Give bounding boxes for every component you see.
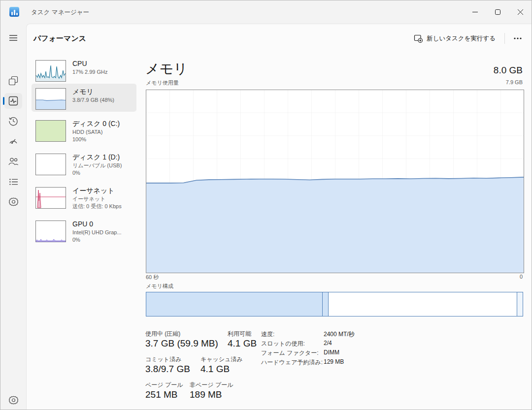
perf-item-sub2: 100% bbox=[72, 136, 120, 143]
perf-item-sub2: 0% bbox=[72, 169, 122, 177]
memory-title: メモリ bbox=[145, 60, 188, 78]
stat-value: 4.1 GB bbox=[200, 364, 230, 375]
gpu0-thumbnail bbox=[35, 221, 66, 242]
perf-item-disk0[interactable]: ディスク 0 (C:) HDD (SATA) 100% bbox=[32, 116, 136, 149]
content-panel: パフォーマンス 新しいタスクを実行する CPU 17% 2.99 GHz bbox=[26, 24, 532, 410]
maximize-button[interactable] bbox=[486, 0, 509, 24]
perf-item-title: CPU bbox=[72, 59, 108, 68]
stat-label: コミット済み bbox=[145, 355, 181, 364]
close-button[interactable] bbox=[509, 0, 532, 24]
startup-apps-icon[interactable] bbox=[8, 136, 18, 146]
stat-label: ページ プール bbox=[145, 381, 183, 389]
nav-accent-pill bbox=[3, 97, 4, 105]
new-task-icon bbox=[414, 34, 423, 43]
stat-value: 3.7 GB (59.9 MB) bbox=[145, 338, 218, 349]
details-icon[interactable] bbox=[8, 177, 18, 187]
services-icon[interactable] bbox=[8, 197, 18, 207]
memory-composition-segment-standby bbox=[329, 292, 518, 316]
disk0-thumbnail bbox=[35, 120, 66, 142]
run-new-task-button[interactable]: 新しいタスクを実行する bbox=[409, 32, 500, 46]
header-divider bbox=[504, 33, 505, 44]
memory-usage-max: 7.9 GB bbox=[506, 79, 523, 85]
detail-value: 2400 MT/秒 bbox=[324, 330, 355, 339]
ellipsis-icon bbox=[514, 37, 522, 39]
stat-label: 非ページ プール bbox=[190, 381, 233, 389]
minimize-button[interactable] bbox=[464, 0, 486, 24]
perf-item-sub: Intel(R) UHD Grap... bbox=[72, 229, 122, 236]
perf-item-title: イーサネット bbox=[72, 186, 122, 195]
x-axis-right-label: 0 bbox=[520, 274, 523, 280]
menu-icon[interactable] bbox=[8, 33, 18, 43]
titlebar: タスク マネージャー bbox=[0, 0, 532, 24]
cpu-thumbnail bbox=[35, 60, 66, 82]
perf-item-title: メモリ bbox=[72, 87, 114, 96]
stat-label: 使用中 (圧縮) bbox=[145, 330, 180, 338]
memory-usage-label: メモリ使用量 bbox=[146, 79, 179, 87]
perf-item-sub: 3.8/7.9 GB (48%) bbox=[72, 96, 114, 104]
settings-icon[interactable] bbox=[8, 395, 18, 405]
memory-composition-segment-in-use bbox=[146, 292, 323, 316]
perf-item-title: ディスク 0 (C:) bbox=[72, 119, 120, 128]
task-manager-app-icon bbox=[9, 7, 19, 17]
perf-item-sub2: 0% bbox=[72, 236, 122, 244]
memory-thumbnail bbox=[35, 88, 66, 110]
panel-header: パフォーマンス 新しいタスクを実行する bbox=[27, 24, 532, 52]
app-history-icon[interactable] bbox=[8, 116, 18, 126]
perf-item-ethernet[interactable]: イーサネット イーサネット 送信: 0 受信: 0 Kbps bbox=[32, 183, 136, 216]
performance-icon[interactable] bbox=[8, 96, 18, 106]
perf-item-memory[interactable]: メモリ 3.8/7.9 GB (48%) bbox=[32, 84, 136, 112]
detail-label: フォーム ファクター: bbox=[261, 349, 319, 357]
detail-value: 129 MB bbox=[324, 358, 344, 365]
page-title: パフォーマンス bbox=[33, 34, 86, 43]
detail-value: 2/4 bbox=[324, 340, 332, 347]
perf-item-title: GPU 0 bbox=[72, 220, 122, 229]
stat-value: 189 MB bbox=[190, 389, 222, 400]
stat-value: 251 MB bbox=[145, 389, 177, 400]
task-manager-window: { "window": { "title": "タスク マネージャー" }, "… bbox=[0, 0, 532, 410]
users-icon[interactable] bbox=[8, 157, 18, 166]
run-new-task-label: 新しいタスクを実行する bbox=[427, 34, 496, 43]
processes-icon[interactable] bbox=[8, 76, 18, 86]
memory-total: 8.0 GB bbox=[494, 65, 523, 76]
perf-item-sub: イーサネット bbox=[72, 195, 122, 203]
memory-usage-area bbox=[146, 90, 524, 273]
memory-composition-label: メモリ構成 bbox=[146, 283, 173, 290]
perf-item-sub: リムーバブル (USB) bbox=[72, 162, 122, 169]
perf-item-cpu[interactable]: CPU 17% 2.99 GHz bbox=[32, 56, 136, 84]
window-title: タスク マネージャー bbox=[31, 8, 89, 17]
detail-label: スロットの使用: bbox=[261, 340, 305, 348]
disk1-thumbnail bbox=[35, 154, 66, 175]
memory-usage-chart bbox=[146, 90, 524, 273]
perf-item-sub: 17% 2.99 GHz bbox=[72, 68, 108, 76]
more-options-button[interactable] bbox=[509, 34, 527, 42]
memory-composition-segment-modified bbox=[323, 292, 329, 316]
memory-usage-fill bbox=[146, 177, 524, 273]
nav-rail bbox=[0, 24, 26, 410]
perf-item-title: ディスク 1 (D:) bbox=[72, 153, 122, 162]
stat-value: 3.8/9.7 GB bbox=[145, 364, 190, 375]
perf-item-gpu0[interactable]: GPU 0 Intel(R) UHD Grap... 0% bbox=[32, 216, 136, 250]
detail-label: 速度: bbox=[261, 330, 274, 339]
detail-label: ハードウェア予約済み: bbox=[261, 358, 323, 367]
stat-label: 利用可能 bbox=[228, 330, 251, 338]
memory-composition-segment-free bbox=[517, 292, 523, 316]
ethernet-thumbnail bbox=[35, 187, 66, 209]
memory-composition-bar bbox=[146, 292, 523, 316]
perf-item-disk1[interactable]: ディスク 1 (D:) リムーバブル (USB) 0% bbox=[32, 149, 136, 183]
perf-item-sub2: 送信: 0 受信: 0 Kbps bbox=[72, 203, 122, 210]
x-axis-left-label: 60 秒 bbox=[146, 274, 159, 281]
stat-label: キャッシュ済み bbox=[200, 355, 243, 364]
perf-item-sub: HDD (SATA) bbox=[72, 128, 120, 136]
stat-value: 4.1 GB bbox=[228, 338, 257, 349]
detail-value: DIMM bbox=[324, 349, 339, 356]
